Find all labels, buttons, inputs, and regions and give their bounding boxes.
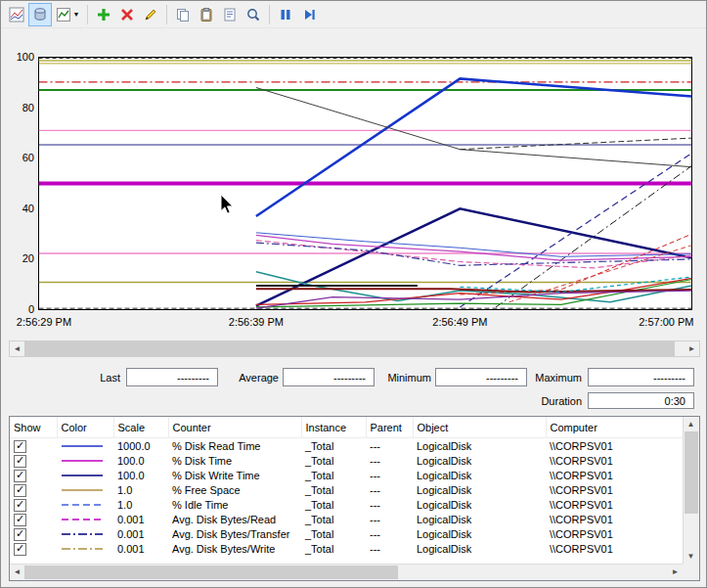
- scroll-down-arrow[interactable]: ▼: [684, 549, 698, 564]
- counter-h-scrollbar[interactable]: ◄ ►: [10, 564, 683, 580]
- scroll-left-arrow[interactable]: ◄: [10, 565, 24, 579]
- cell-object: LogicalDisk: [413, 453, 546, 468]
- chart-h-scrollbar[interactable]: ◄ ►: [9, 340, 700, 357]
- cell-computer: \\CORPSV01: [546, 526, 683, 541]
- zoom-button[interactable]: [242, 3, 265, 26]
- counter-v-scroll-thumb[interactable]: [685, 431, 698, 514]
- cell-counter: % Free Space: [168, 482, 301, 497]
- column-header-scale[interactable]: Scale: [113, 417, 168, 438]
- last-label: Last: [60, 372, 120, 384]
- cell-counter: % Disk Time: [168, 453, 301, 468]
- scroll-corner: [683, 564, 699, 580]
- change-graph-type-dropdown[interactable]: ▼: [52, 3, 83, 26]
- minimum-value: ---------: [435, 368, 527, 386]
- cell-scale: 1000.0: [113, 438, 168, 454]
- counter-row[interactable]: 1.0% Free Space_Total---LogicalDisk\\COR…: [10, 482, 683, 497]
- y-axis-tick: 20: [22, 252, 34, 264]
- properties-button[interactable]: [218, 3, 242, 26]
- counter-row[interactable]: 0.001Avg. Disk Bytes/Transfer_Total---Lo…: [10, 526, 683, 541]
- cell-object: LogicalDisk: [413, 497, 546, 512]
- magnifier-icon: [245, 7, 261, 23]
- cell-instance: _Total: [301, 438, 366, 454]
- performance-chart: 1008060402002:56:29 PM2:56:39 PM2:56:49 …: [9, 40, 700, 334]
- x-axis-tick: 2:56:39 PM: [229, 316, 284, 328]
- cell-scale: 1.0: [113, 482, 168, 497]
- column-header-object[interactable]: Object: [413, 417, 546, 438]
- cell-counter: % Idle Time: [168, 497, 301, 512]
- counter-row[interactable]: 0.001Avg. Disk Bytes/Write_Total---Logic…: [10, 541, 683, 556]
- show-checkbox[interactable]: [14, 484, 26, 497]
- column-header-counter[interactable]: Counter: [168, 417, 301, 438]
- step-forward-icon: [301, 7, 317, 23]
- color-sample: [61, 472, 104, 479]
- column-header-instance[interactable]: Instance: [301, 417, 366, 438]
- cell-parent: ---: [366, 453, 413, 468]
- view-log-data-button[interactable]: [28, 3, 52, 26]
- cell-counter: Avg. Disk Bytes/Transfer: [168, 526, 301, 541]
- color-sample: [61, 545, 104, 553]
- average-label: Average: [222, 372, 279, 384]
- cell-instance: _Total: [301, 512, 366, 526]
- cell-computer: \\CORPSV01: [546, 541, 683, 556]
- y-axis-tick: 100: [17, 51, 34, 63]
- cell-counter: % Disk Write Time: [168, 468, 301, 482]
- scroll-up-arrow[interactable]: ▲: [684, 417, 698, 431]
- color-sample: [61, 501, 104, 509]
- maximum-label: Maximum: [525, 372, 582, 384]
- cell-instance: _Total: [301, 497, 366, 512]
- add-counter-button[interactable]: [92, 3, 115, 26]
- counter-row[interactable]: 100.0% Disk Write Time_Total---LogicalDi…: [10, 468, 683, 482]
- column-header-color[interactable]: Color: [57, 417, 113, 438]
- cell-scale: 100.0: [113, 453, 168, 468]
- cell-parent: ---: [366, 482, 413, 497]
- scroll-right-arrow[interactable]: ►: [668, 565, 683, 579]
- counter-h-scroll-thumb[interactable]: [24, 565, 398, 579]
- cell-computer: \\CORPSV01: [546, 497, 683, 512]
- y-axis-tick: 0: [28, 303, 34, 315]
- maximum-value: ---------: [588, 368, 694, 386]
- color-sample: [61, 442, 104, 450]
- counter-row[interactable]: 1000.0% Disk Read Time_Total---LogicalDi…: [10, 438, 683, 454]
- y-axis-tick: 80: [22, 102, 34, 113]
- show-checkbox[interactable]: [14, 440, 26, 453]
- view-current-activity-button[interactable]: [5, 3, 28, 26]
- show-checkbox[interactable]: [14, 543, 26, 556]
- cell-object: LogicalDisk: [413, 512, 546, 526]
- show-checkbox[interactable]: [14, 499, 26, 512]
- counter-v-scrollbar[interactable]: ▲ ▼: [683, 417, 699, 564]
- show-checkbox[interactable]: [14, 455, 26, 468]
- counter-row[interactable]: 1.0% Idle Time_Total---LogicalDisk\\CORP…: [10, 497, 683, 512]
- update-data-button[interactable]: [297, 3, 321, 26]
- column-header-parent[interactable]: Parent: [366, 417, 413, 438]
- freeze-display-button[interactable]: [274, 3, 297, 26]
- counter-v-scroll-track[interactable]: [684, 431, 699, 549]
- cell-counter: Avg. Disk Bytes/Write: [168, 541, 301, 556]
- chart-h-scroll-track[interactable]: [24, 341, 685, 356]
- x-axis-tick: 2:56:49 PM: [432, 316, 487, 328]
- highlight-button[interactable]: [139, 3, 162, 26]
- cell-counter: % Disk Read Time: [168, 438, 301, 454]
- copy-properties-button[interactable]: [171, 3, 195, 26]
- duration-label: Duration: [490, 395, 582, 407]
- counter-h-scroll-track[interactable]: [24, 565, 668, 580]
- chart-h-scroll-thumb[interactable]: [24, 341, 675, 356]
- paste-counter-list-button[interactable]: [195, 3, 218, 26]
- counter-row[interactable]: 0.001Avg. Disk Bytes/Read_Total---Logica…: [10, 512, 683, 526]
- counter-row[interactable]: 100.0% Disk Time_Total---LogicalDisk\\CO…: [10, 453, 683, 468]
- delete-button[interactable]: [115, 3, 139, 26]
- cell-parent: ---: [366, 497, 413, 512]
- cell-instance: _Total: [301, 526, 366, 541]
- cell-parent: ---: [366, 512, 413, 526]
- cell-object: LogicalDisk: [413, 468, 546, 482]
- color-sample: [61, 486, 104, 494]
- show-checkbox[interactable]: [14, 470, 26, 482]
- scroll-right-arrow[interactable]: ►: [685, 341, 699, 356]
- scroll-left-arrow[interactable]: ◄: [10, 341, 24, 356]
- column-header-show[interactable]: Show: [10, 417, 57, 438]
- cell-parent: ---: [366, 468, 413, 482]
- show-checkbox[interactable]: [14, 514, 26, 526]
- column-header-computer[interactable]: Computer: [546, 417, 683, 438]
- plus-icon: [96, 7, 111, 23]
- show-checkbox[interactable]: [14, 528, 26, 541]
- cell-computer: \\CORPSV01: [546, 512, 683, 526]
